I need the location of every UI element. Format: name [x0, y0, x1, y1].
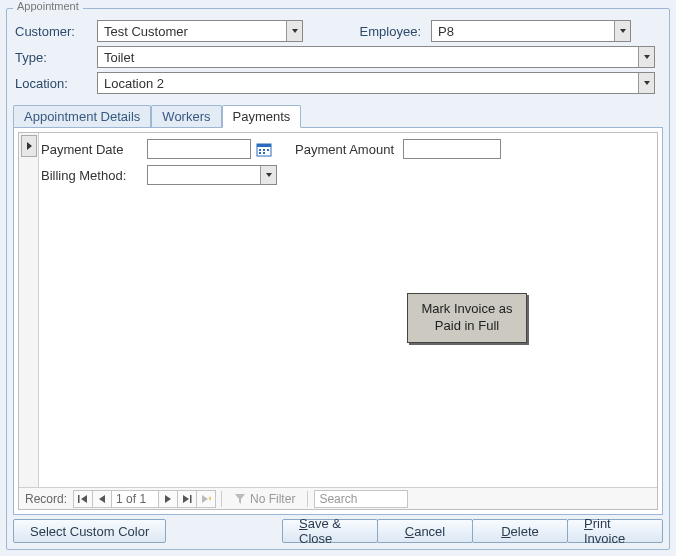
no-filter-indicator[interactable]: No Filter — [228, 492, 301, 506]
filter-icon — [234, 493, 246, 505]
billing-method-combo[interactable] — [147, 165, 277, 185]
payment-amount-input[interactable] — [403, 139, 501, 159]
svg-rect-3 — [263, 149, 265, 151]
record-selector-bar — [19, 133, 39, 487]
svg-text:✳: ✳ — [208, 495, 211, 502]
mark-invoice-paid-button[interactable]: Mark Invoice as Paid in Full — [407, 293, 527, 343]
payments-panel: Payment Date — [13, 127, 663, 515]
svg-rect-2 — [259, 149, 261, 151]
print-invoice-button[interactable]: Print Invoice — [567, 519, 663, 543]
chevron-down-icon[interactable] — [286, 21, 302, 41]
nav-next-button[interactable] — [158, 490, 178, 508]
tab-payments[interactable]: Payments — [222, 105, 302, 128]
payment-amount-label: Payment Amount — [273, 142, 403, 157]
payment-date-input[interactable] — [147, 139, 251, 159]
tab-appointment-details[interactable]: Appointment Details — [13, 105, 151, 127]
chevron-down-icon[interactable] — [638, 73, 654, 93]
customer-combo[interactable]: Test Customer — [97, 20, 303, 42]
billing-method-label: Billing Method: — [41, 168, 147, 183]
nav-prev-button[interactable] — [92, 490, 112, 508]
appointment-groupbox: Appointment Customer: Test Customer Empl… — [6, 8, 670, 550]
chevron-down-icon[interactable] — [614, 21, 630, 41]
location-combo[interactable]: Location 2 — [97, 72, 655, 94]
save-close-button[interactable]: Save & Close — [282, 519, 378, 543]
payment-date-label: Payment Date — [41, 142, 147, 157]
employee-label: Employee: — [331, 24, 431, 39]
type-label: Type: — [13, 50, 97, 65]
employee-value: P8 — [438, 24, 454, 39]
svg-rect-1 — [257, 144, 271, 147]
calendar-icon[interactable] — [255, 140, 273, 158]
svg-rect-4 — [267, 149, 269, 151]
svg-rect-6 — [263, 152, 265, 154]
payments-detail: Payment Date — [41, 137, 653, 189]
appointment-window: Appointment Customer: Test Customer Empl… — [0, 0, 676, 556]
svg-marker-9 — [99, 495, 105, 503]
record-navigation-bar: Record: 1 of 1 ✳ — [19, 487, 657, 509]
search-input[interactable]: Search — [314, 490, 408, 508]
header-form: Customer: Test Customer Employee: P8 Typ… — [7, 9, 669, 101]
location-label: Location: — [13, 76, 97, 91]
nav-last-button[interactable] — [177, 490, 197, 508]
footer-bar: Select Custom Color Save & Close Cancel … — [13, 517, 663, 545]
payments-subform: Payment Date — [18, 132, 658, 510]
tab-workers[interactable]: Workers — [151, 105, 221, 127]
svg-rect-7 — [78, 495, 80, 503]
svg-marker-10 — [165, 495, 171, 503]
svg-marker-11 — [183, 495, 189, 503]
delete-button[interactable]: Delete — [472, 519, 568, 543]
group-title: Appointment — [13, 0, 83, 12]
location-value: Location 2 — [104, 76, 164, 91]
chevron-down-icon[interactable] — [638, 47, 654, 67]
chevron-down-icon[interactable] — [260, 166, 276, 184]
triangle-right-icon — [27, 142, 32, 150]
record-label: Record: — [23, 492, 73, 506]
svg-rect-12 — [190, 495, 192, 503]
customer-label: Customer: — [13, 24, 97, 39]
svg-rect-5 — [259, 152, 261, 154]
nav-new-button[interactable]: ✳ — [196, 490, 216, 508]
nav-first-button[interactable] — [73, 490, 93, 508]
svg-marker-15 — [235, 494, 245, 504]
current-record-marker[interactable] — [21, 135, 37, 157]
svg-marker-8 — [81, 495, 87, 503]
type-combo[interactable]: Toilet — [97, 46, 655, 68]
nav-position[interactable]: 1 of 1 — [111, 490, 159, 508]
customer-value: Test Customer — [104, 24, 188, 39]
type-value: Toilet — [104, 50, 134, 65]
subform-body: Payment Date — [19, 133, 657, 487]
tab-bar: Appointment Details Workers Payments — [13, 103, 663, 127]
select-custom-color-button[interactable]: Select Custom Color — [13, 519, 166, 543]
employee-combo[interactable]: P8 — [431, 20, 631, 42]
cancel-button[interactable]: Cancel — [377, 519, 473, 543]
